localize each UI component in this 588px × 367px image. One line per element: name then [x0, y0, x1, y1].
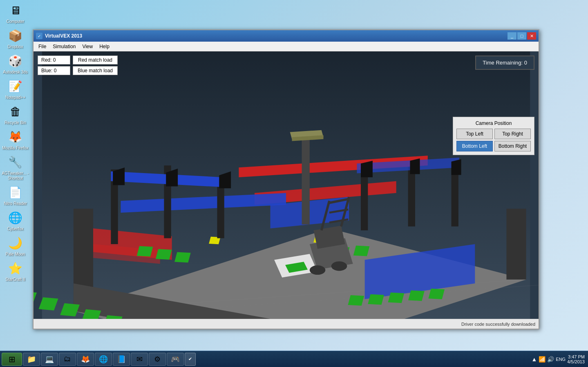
taskbar-steam[interactable]: ⚙	[149, 353, 166, 366]
desktop-icon-firefox[interactable]: 🦊 Mozilla Firefox	[1, 129, 30, 151]
tray-volume[interactable]: 🔊	[547, 356, 554, 363]
title-bar-left: ✓ VirtualVEX 2013	[36, 33, 82, 39]
taskbar-firefox[interactable]: 🦊	[77, 353, 94, 366]
recycle-label: Recycle Bin	[4, 120, 26, 125]
autodesk-icon: 🎲	[7, 53, 24, 69]
desktop-icon-autodesk[interactable]: 🎲 Autodesk 3ds	[1, 53, 30, 75]
taskbar-vex-app[interactable]: ✔	[185, 353, 196, 366]
minimize-button[interactable]: _	[508, 32, 516, 40]
svg-marker-48	[361, 161, 373, 177]
nitro-icon: 📄	[7, 184, 24, 200]
svg-rect-31	[353, 246, 370, 256]
desktop-icons: 🖥 Computer 📦 Dropbox 🎲 Autodesk 3ds 📝 No…	[0, 0, 31, 335]
desktop-icon-notepad[interactable]: 📝 Notepad++	[1, 78, 30, 100]
taskbar-files[interactable]: 🗂	[59, 353, 76, 366]
computer-icon: 🖥	[7, 2, 24, 18]
camera-bottom-left-button[interactable]: Bottom Left	[456, 141, 493, 151]
desktop-icon-starcraft[interactable]: ⭐ StarCraft II	[1, 260, 30, 282]
desktop-icon-nitro[interactable]: 📄 Nitro Reader	[1, 184, 30, 206]
menu-file[interactable]: File	[35, 43, 49, 50]
cyberfox-icon: 🌐	[7, 209, 24, 226]
svg-rect-28	[174, 252, 191, 262]
desktop-icon-computer[interactable]: 🖥 Computer	[1, 2, 30, 24]
menu-help[interactable]: Help	[96, 43, 113, 50]
camera-top-right-button[interactable]: Top Right	[494, 129, 531, 139]
app-window: ✓ VirtualVEX 2013 _ □ ✕ File Simulation …	[33, 29, 539, 329]
svg-point-61	[310, 265, 326, 275]
window-controls: _ □ ✕	[508, 32, 536, 40]
svg-rect-26	[137, 246, 153, 257]
blue-score-label: Blue: 0	[38, 66, 70, 75]
taskbar-cmd[interactable]: 💻	[41, 353, 58, 366]
svg-marker-50	[452, 159, 461, 175]
time-panel: Time Remaining: 0	[475, 56, 534, 70]
computer-label: Computer	[7, 19, 25, 24]
starcraft-label: StarCraft II	[5, 277, 25, 282]
tray-lang: ENG	[556, 357, 566, 362]
svg-rect-23	[388, 292, 405, 303]
camera-top-left-button[interactable]: Top Left	[456, 129, 493, 139]
autodesk-label: Autodesk 3ds	[3, 70, 28, 75]
agtweaker-label: AGTweaker... - Shortcut	[1, 171, 30, 181]
svg-rect-14	[34, 291, 37, 304]
camera-buttons: Top Left Top Right Bottom Left Bottom Ri…	[456, 129, 531, 151]
score-panel: Red: 0 Red match load Blue: 0 Blue match…	[38, 56, 118, 75]
blue-score-row: Blue: 0 Blue match load	[38, 66, 118, 75]
camera-panel: Camera Position Top Left Top Right Botto…	[453, 117, 534, 155]
red-score-label: Red: 0	[38, 56, 70, 65]
window-title: VirtualVEX 2013	[45, 33, 82, 39]
tray-network[interactable]: 📶	[539, 356, 546, 363]
svg-rect-51	[302, 134, 310, 225]
firefox-icon: 🦊	[7, 129, 24, 145]
svg-point-62	[331, 261, 347, 271]
notepad-label: Notepad++	[5, 95, 26, 100]
svg-rect-25	[428, 289, 445, 299]
time-remaining-label: Time Remaining: 0	[483, 60, 527, 66]
firefox-label: Mozilla Firefox	[2, 146, 28, 151]
start-button[interactable]: ⊞	[2, 353, 22, 366]
desktop-icon-agtweaker[interactable]: 🔧 AGTweaker... - Shortcut	[1, 154, 30, 181]
palemoon-icon: 🌙	[7, 235, 24, 251]
notepad-icon: 📝	[7, 78, 24, 94]
tray-up-arrow[interactable]: ▲	[531, 356, 537, 363]
taskbar-explorer[interactable]: 📁	[23, 353, 40, 366]
menu-bar: File Simulation View Help	[34, 42, 539, 51]
dropbox-label: Dropbox	[8, 44, 23, 49]
menu-simulation[interactable]: Simulation	[49, 43, 79, 50]
desktop-icon-dropbox[interactable]: 📦 Dropbox	[1, 27, 30, 49]
starcraft-icon: ⭐	[7, 260, 24, 276]
field-view	[34, 51, 539, 319]
content-area: Red: 0 Red match load Blue: 0 Blue match…	[34, 51, 539, 319]
dropbox-icon: 📦	[7, 27, 24, 44]
desktop-icon-palemoon[interactable]: 🌙 Pale Moon	[1, 235, 30, 257]
camera-panel-title: Camera Position	[456, 120, 531, 126]
cyberfox-label: Cyberfox	[7, 227, 23, 231]
taskbar-globe[interactable]: 🌐	[95, 353, 112, 366]
camera-bottom-right-button[interactable]: Bottom Right	[494, 141, 531, 151]
menu-view[interactable]: View	[79, 43, 96, 50]
palemoon-label: Pale Moon	[6, 252, 25, 257]
nitro-label: Nitro Reader	[4, 201, 27, 206]
svg-rect-21	[348, 295, 364, 306]
desktop-icon-recycle[interactable]: 🗑 Recycle Bin	[1, 103, 30, 125]
svg-marker-7	[506, 209, 526, 279]
agtweaker-icon: 🔧	[7, 154, 24, 170]
status-message: Driver code successfully downloaded	[461, 322, 535, 327]
title-bar: ✓ VirtualVEX 2013 _ □ ✕	[34, 30, 539, 42]
taskbar-unity[interactable]: 🎮	[167, 353, 184, 366]
close-button[interactable]: ✕	[527, 32, 536, 40]
taskbar-word[interactable]: 📘	[113, 353, 130, 366]
red-score-row: Red: 0 Red match load	[38, 56, 118, 65]
maximize-button[interactable]: □	[517, 32, 526, 40]
red-match-load-button[interactable]: Red match load	[73, 56, 118, 65]
taskbar: ⊞ 📁 💻 🗂 🦊 🌐 📘 ✉ ⚙ 🎮 ✔ ▲ 📶 🔊 ENG 3:47 PM …	[0, 351, 588, 367]
taskbar-tray: ▲ 📶 🔊 ENG 3:47 PM 4/5/2013	[530, 354, 586, 364]
blue-match-load-button[interactable]: Blue match load	[73, 66, 118, 75]
svg-rect-24	[408, 290, 425, 301]
recycle-icon: 🗑	[7, 103, 24, 120]
taskbar-vex-icon: ✔	[188, 356, 192, 362]
app-icon: ✓	[36, 33, 42, 39]
desktop-icon-cyberfox[interactable]: 🌐 Cyberfox	[1, 209, 30, 231]
tray-clock[interactable]: 3:47 PM 4/5/2013	[567, 354, 585, 364]
taskbar-email[interactable]: ✉	[131, 353, 148, 366]
